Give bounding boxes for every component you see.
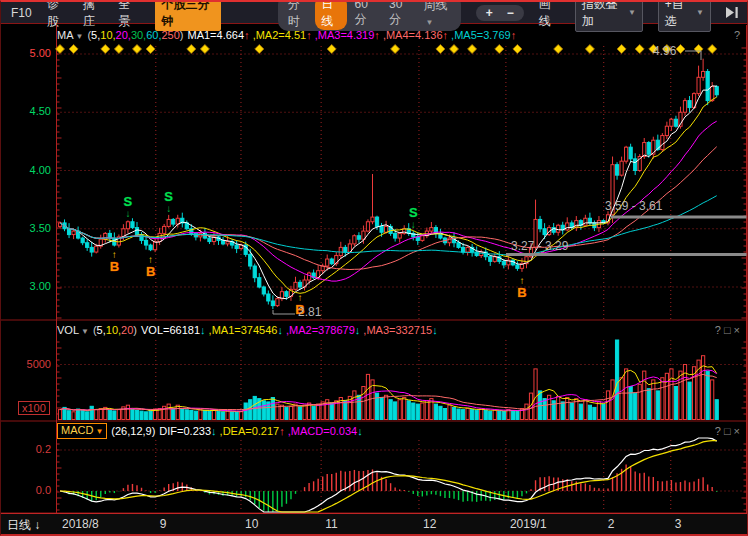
svg-text:S: S [409,205,418,220]
annotation-lines [273,51,747,314]
svg-text:↓: ↓ [166,203,171,214]
svg-text:↓: ↓ [125,208,130,219]
time-axis-bar: 日线 ↓ 2018/891011122019/123 [1,513,748,536]
month-label: 2019/1 [510,517,547,531]
volume-axis-label: 5000 [9,358,51,370]
chart-plot[interactable]: ↑BS↓↑BS↓↑BS↓↑B [1,2,748,536]
macd-axis-label: 0.0 [9,484,51,496]
month-label: 9 [160,517,167,531]
down-arrow-icon: ↓ [34,518,40,532]
macd-lines [60,438,717,512]
high-price-annotation: 4.96 [653,44,676,58]
event-diamond-icons [55,44,716,53]
gridlines [57,46,747,512]
svg-text:S: S [124,194,133,209]
price-axis-label: 4.50 [9,105,51,117]
stock-chart-app: F10 诊股 擒庄 全景 个股三分钟 分时 日线 60分 30分 周线▼ + −… [0,0,748,536]
svg-text:B: B [110,259,119,274]
month-label: 3 [675,517,682,531]
volume-unit-label: x100 [18,401,50,415]
resistance-band-label: 3.59 - 3.61 [605,199,662,213]
price-axis-label: 4.00 [9,164,51,176]
low-price-annotation: 2.81 [298,305,321,319]
month-label: 10 [245,517,258,531]
svg-text:B: B [517,285,526,300]
svg-text:B: B [146,264,155,279]
volume-bars [58,340,718,420]
month-label: 12 [423,517,436,531]
price-axis-label: 3.00 [9,280,51,292]
macd-axis-label: 0.2 [9,443,51,455]
month-label: 2018/8 [62,517,99,531]
pane-frames [1,25,748,536]
candlesticks [58,59,718,309]
timeframe-collapse-button[interactable]: 日线 ↓ [7,517,40,534]
ma-lines [60,86,717,299]
support-band-label: 3.27 - 3.29 [511,239,568,253]
month-label: 2 [608,517,615,531]
price-axis-label: 5.00 [9,47,51,59]
price-axis-label: 3.50 [9,222,51,234]
svg-text:S: S [164,189,173,204]
trade-signal-markers: ↑BS↓↑BS↓↑BS↓↑B [110,189,527,318]
month-label: 11 [325,517,337,531]
svg-text:↓: ↓ [411,219,416,230]
